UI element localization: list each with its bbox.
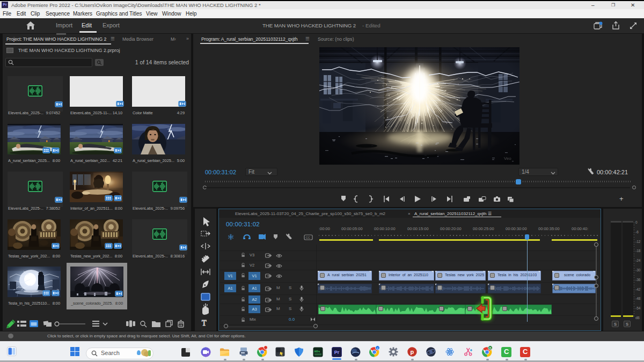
svg-text:p: p [411,349,414,355]
svg-text:80s: 80s [314,350,320,353]
svg-text:T: T [202,319,207,327]
svg-text:CC: CC [306,236,311,239]
